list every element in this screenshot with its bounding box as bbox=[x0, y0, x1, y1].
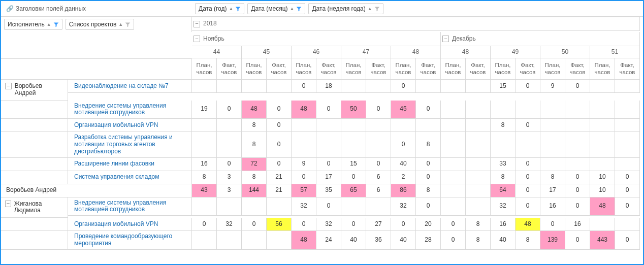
project-cell[interactable]: Организация мобильной VPN bbox=[68, 218, 192, 231]
data-cell bbox=[341, 80, 366, 93]
data-cell bbox=[615, 218, 640, 231]
collapse-icon[interactable]: − bbox=[194, 21, 200, 27]
data-cell bbox=[615, 132, 640, 157]
performer-cell[interactable]: − Воробьев Андрей bbox=[1, 80, 68, 101]
project-cell[interactable]: Разработка системы управления и мотиваци… bbox=[68, 132, 192, 157]
data-cell bbox=[590, 158, 615, 171]
data-cell: 8 bbox=[516, 231, 540, 250]
data-cell bbox=[441, 184, 466, 197]
data-cell: 16 bbox=[491, 218, 516, 231]
month-header-row: − Ноябрь − Декабрь bbox=[1, 32, 643, 46]
collapse-icon[interactable]: − bbox=[442, 36, 449, 42]
data-cell bbox=[491, 132, 516, 157]
week-header[interactable]: 46 bbox=[292, 46, 341, 58]
data-cell: 0 bbox=[316, 101, 341, 119]
filter-icon[interactable] bbox=[235, 6, 241, 12]
collapse-icon[interactable]: − bbox=[5, 83, 12, 89]
data-cell: 0 bbox=[516, 119, 540, 132]
week-header[interactable]: 50 bbox=[540, 46, 590, 58]
sort-asc-icon[interactable]: ▲ bbox=[290, 6, 295, 11]
field-chip[interactable]: Список проектов ▲ bbox=[66, 19, 135, 30]
data-cell: 0 bbox=[565, 197, 590, 216]
filter-icon[interactable] bbox=[53, 22, 59, 27]
data-cell: 48 bbox=[292, 101, 316, 119]
data-cell: 0 bbox=[615, 231, 640, 250]
data-cell: 144 bbox=[242, 184, 267, 197]
data-cell: 0 bbox=[217, 158, 242, 171]
week-header[interactable]: 47 bbox=[341, 46, 391, 58]
data-cell bbox=[441, 132, 466, 157]
data-cell bbox=[366, 119, 391, 132]
sort-asc-icon[interactable]: ▲ bbox=[368, 6, 372, 11]
data-cell bbox=[192, 197, 217, 216]
project-cell[interactable]: Внедрение системы управления мотивацией … bbox=[68, 197, 192, 216]
total-row: Воробьев Андрей4331442157356568686401701… bbox=[1, 184, 643, 197]
measure-header: Факт, часов bbox=[316, 58, 341, 80]
sort-asc-icon[interactable]: ▲ bbox=[229, 6, 233, 11]
data-cell: 0 bbox=[441, 231, 466, 250]
week-header[interactable]: 49 bbox=[491, 46, 540, 58]
project-cell[interactable]: Организация мобильной VPN bbox=[68, 119, 192, 132]
week-header[interactable]: 45 bbox=[242, 46, 292, 58]
field-chip-label: Список проектов bbox=[69, 21, 117, 28]
month-header-nov[interactable]: − Ноябрь bbox=[192, 32, 441, 46]
data-cell bbox=[316, 132, 341, 157]
field-chip[interactable]: Дата (неделя года) ▲ bbox=[308, 3, 383, 14]
data-cell bbox=[316, 119, 341, 132]
year-header[interactable]: − 2018 bbox=[192, 17, 640, 31]
performer-cell[interactable]: − Жиганова Людмила bbox=[1, 197, 68, 218]
data-cell: 48 bbox=[516, 218, 540, 231]
collapse-icon[interactable]: − bbox=[5, 201, 11, 207]
data-cell bbox=[441, 101, 466, 119]
data-cell: 40 bbox=[391, 231, 416, 250]
data-cell: 24 bbox=[316, 231, 341, 250]
field-chip-label: Дата (неделя года) bbox=[312, 5, 365, 12]
measure-header: Факт, часов bbox=[565, 58, 590, 80]
performer-name: Воробьев Андрей bbox=[15, 83, 63, 97]
project-cell[interactable]: Расширение линии фасовки bbox=[68, 158, 192, 171]
field-chip[interactable]: Дата (год) ▲ bbox=[195, 3, 244, 14]
field-chip[interactable]: Дата (месяц) ▲ bbox=[247, 3, 305, 14]
week-header[interactable]: 48 bbox=[391, 46, 441, 58]
data-cell: 64 bbox=[491, 184, 516, 197]
data-cell bbox=[192, 231, 217, 250]
filter-icon[interactable] bbox=[125, 22, 131, 27]
filter-icon[interactable] bbox=[296, 6, 302, 12]
data-cell bbox=[192, 80, 217, 93]
project-cell[interactable]: Внедрение системы управления мотивацией … bbox=[68, 101, 192, 119]
data-cell bbox=[466, 80, 491, 93]
data-cell: 0 bbox=[192, 218, 217, 231]
project-cell[interactable]: Видеонаблюдение на складе №7 bbox=[68, 80, 192, 93]
data-cell: 0 bbox=[516, 171, 540, 184]
table-row: Организация мобильной VPN8080 bbox=[1, 119, 643, 132]
data-cell bbox=[341, 119, 366, 132]
data-cell bbox=[466, 197, 491, 216]
data-cell: 8 bbox=[416, 132, 441, 157]
sort-asc-icon[interactable]: ▲ bbox=[118, 22, 123, 27]
data-cell: 0 bbox=[267, 119, 292, 132]
data-cell: 2 bbox=[391, 171, 416, 184]
measure-header: План, часов bbox=[341, 58, 366, 80]
week-header[interactable]: 51 bbox=[590, 46, 640, 58]
sort-asc-icon[interactable]: ▲ bbox=[47, 22, 51, 27]
data-cell bbox=[192, 132, 217, 157]
month-header-dec[interactable]: − Декабрь bbox=[441, 32, 640, 46]
field-chip[interactable]: Исполнитель ▲ bbox=[4, 19, 62, 30]
data-cell bbox=[242, 80, 267, 93]
filter-icon[interactable] bbox=[374, 6, 380, 12]
pivot-body: − Воробьев АндрейВидеонаблюдение на скла… bbox=[1, 80, 643, 250]
data-cell bbox=[466, 184, 491, 197]
data-cell: 0 bbox=[441, 218, 466, 231]
week-header[interactable]: 48 bbox=[441, 46, 491, 58]
project-cell[interactable]: Система управления складом bbox=[68, 171, 192, 184]
collapse-icon[interactable]: − bbox=[194, 36, 200, 42]
data-cell bbox=[466, 119, 491, 132]
project-cell[interactable]: Проведение командообразующего мероприяти… bbox=[68, 231, 192, 250]
data-cell: 0 bbox=[316, 158, 341, 171]
measure-header: План, часов bbox=[590, 58, 615, 80]
week-header[interactable]: 44 bbox=[192, 46, 242, 58]
data-cell bbox=[217, 231, 242, 250]
data-cell: 8 bbox=[540, 171, 565, 184]
data-cell: 27 bbox=[366, 218, 391, 231]
data-cell bbox=[267, 80, 292, 93]
